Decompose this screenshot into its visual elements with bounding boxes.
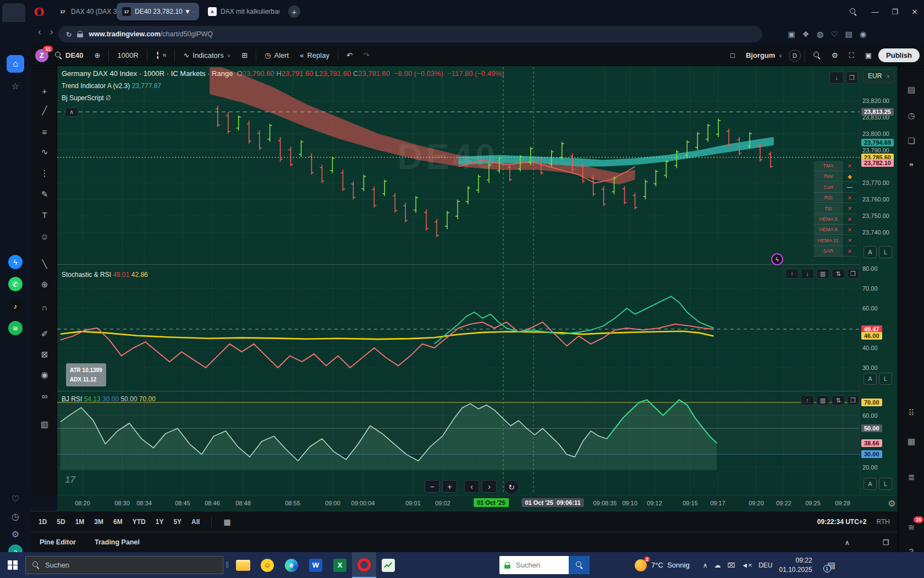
tiktok-icon[interactable]: ♪ <box>7 297 24 315</box>
vpn-icon[interactable]: ◍ <box>813 30 827 39</box>
profile-icon[interactable]: ◉ <box>856 30 870 39</box>
fullscreen-icon[interactable]: ⛶ <box>845 48 859 63</box>
quick-action-bolt-icon[interactable]: ϟ <box>771 253 783 265</box>
panels-icon[interactable]: ▤ <box>842 30 856 39</box>
text-tool-icon[interactable]: T <box>37 208 52 222</box>
projection-icon[interactable]: ⋮ <box>37 166 52 181</box>
pane3-move-up-button[interactable]: ↑ <box>801 395 814 405</box>
alert-button[interactable]: ◷Alert <box>260 48 293 62</box>
settings-icon[interactable]: ⚙ <box>7 525 24 543</box>
minimize-button[interactable]: — <box>868 4 882 19</box>
indicator-label-row[interactable]: TMA✕ <box>814 161 858 171</box>
scroll-right-button[interactable]: › <box>482 480 497 493</box>
publish-button[interactable]: Publish <box>878 48 920 62</box>
layers-icon[interactable]: ❏ <box>904 134 919 148</box>
panel-maximize-icon[interactable]: ❒ <box>883 538 889 547</box>
taskbar-search[interactable]: Suchen <box>25 556 223 574</box>
explorer-taskbar-icon[interactable] <box>231 552 255 578</box>
redo-button[interactable]: ↷ <box>359 48 374 62</box>
crosshair-icon[interactable]: + <box>37 84 52 98</box>
smiley-app-taskbar-icon[interactable]: ☺ <box>255 552 279 578</box>
avatar[interactable]: Z11 <box>35 49 48 62</box>
page-search-widget[interactable]: Suchen <box>499 556 590 574</box>
range-button-3m[interactable]: 3M <box>94 518 103 526</box>
close-button[interactable]: ✕ <box>908 4 922 19</box>
new-tab-button[interactable]: + <box>288 6 300 18</box>
search-go-button[interactable] <box>569 556 590 574</box>
pane3-maximize-button[interactable]: ❒ <box>847 395 859 405</box>
range-button-ytd[interactable]: YTD <box>133 518 146 526</box>
symbol-search-button[interactable]: DE40 <box>51 48 88 62</box>
action-center-icon[interactable]: ▤1 <box>828 560 835 570</box>
spotify-icon[interactable]: ≋ <box>7 319 24 337</box>
panel-collapse-icon[interactable]: ∧ <box>845 538 850 547</box>
settings-icon[interactable]: ⚙ <box>827 48 843 62</box>
tray-expand-icon[interactable]: ∧ <box>703 561 708 569</box>
star-icon[interactable]: ☆ <box>7 77 24 95</box>
pane2-maximize-button[interactable]: ❒ <box>847 269 859 279</box>
reload-icon[interactable]: ↻ <box>66 30 72 39</box>
url-field[interactable]: ↻ www.tradingview.com/chart/d50glPWQ <box>58 26 762 42</box>
symbol-info-row[interactable]: Germany DAX 40 Index · 1000R · IC Market… <box>62 69 504 78</box>
pane2-scale-buttons[interactable]: AL <box>864 373 892 385</box>
lock-icon[interactable]: ⊠ <box>37 347 52 362</box>
trading-panel-tab[interactable]: Trading Panel <box>95 538 140 546</box>
session-badge[interactable]: RTH <box>877 518 890 526</box>
favorites-icon[interactable]: ♡ <box>827 30 842 39</box>
browser-search-icon[interactable] <box>846 4 860 19</box>
layout-name-button[interactable]: Bjorgum∨ <box>741 48 787 62</box>
opera-taskbar-icon[interactable] <box>352 552 376 578</box>
range-button-5d[interactable]: 5D <box>57 518 65 526</box>
trash-icon[interactable]: ▥ <box>37 417 52 432</box>
stoch-pane-header[interactable]: Stochastic & RSI 49.01 42.86 <box>62 271 148 279</box>
fib-retracement-icon[interactable]: ≡ <box>37 124 52 139</box>
weather-widget[interactable]: 2 7°C Sonnig <box>635 559 690 571</box>
compare-button[interactable]: ⊕ <box>90 48 105 62</box>
heart-icon[interactable]: ♡ <box>7 490 24 508</box>
chat-icon[interactable]: ❞ <box>904 160 919 174</box>
scroll-to-recent-button[interactable]: ↓ <box>829 72 844 84</box>
close-icon[interactable]: ✕ <box>843 246 857 257</box>
emoji-tool-icon[interactable]: ☺ <box>37 229 52 243</box>
community-icon[interactable]: ⠿ <box>904 406 919 420</box>
start-button[interactable] <box>0 552 25 578</box>
interval-badge[interactable]: D <box>789 50 801 62</box>
word-taskbar-icon[interactable]: W <box>304 552 328 578</box>
range-button-1d[interactable]: 1D <box>38 518 47 526</box>
chart-app-taskbar-icon[interactable] <box>376 552 400 578</box>
pane-maximize-button[interactable]: ❒ <box>846 72 858 84</box>
diamond-icon[interactable]: ◆ <box>843 171 857 182</box>
quick-search-icon[interactable] <box>809 49 825 62</box>
time-axis[interactable]: 08:2008:3008:3408:4508:4608:4808:5509:00… <box>57 495 860 511</box>
taskbar-clock[interactable]: 09:2201.10.2025 <box>779 556 812 574</box>
maximize-button[interactable]: ❐ <box>888 4 902 19</box>
range-button-all[interactable]: All <box>191 518 200 526</box>
indicator-label-row[interactable]: HEMA 5✕ <box>814 214 858 225</box>
pane2-move-up-button[interactable]: ↑ <box>785 269 799 279</box>
bar-style-button[interactable]: ╏R <box>151 48 171 62</box>
indicator-label-row[interactable]: HEMA 21✕ <box>814 236 858 246</box>
edge-taskbar-icon[interactable]: e <box>279 552 304 578</box>
indicator-legend-2[interactable]: Bj SuperScript Ø <box>62 94 111 102</box>
extension-icon[interactable]: ❖ <box>799 30 813 39</box>
indicator-label-row[interactable]: Curt— <box>814 182 858 193</box>
close-icon[interactable]: ✕ <box>843 214 857 225</box>
browser-tab[interactable]: ADAX mit kalkulierbarem Ri <box>202 3 285 20</box>
brush-icon[interactable]: ✎ <box>37 187 52 201</box>
reset-chart-button[interactable]: ↻ <box>504 480 519 494</box>
magnet-icon[interactable]: ∩ <box>37 300 52 314</box>
snapshot-icon[interactable]: ▣ <box>784 30 799 39</box>
zoom-out-button[interactable]: − <box>425 480 439 493</box>
pane1-scale-buttons[interactable]: AL <box>864 246 892 258</box>
layout-icon[interactable]: □ <box>726 48 739 62</box>
pane2-delete-button[interactable]: ▥ <box>816 269 829 279</box>
volume-muted-icon[interactable]: ◄× <box>741 561 752 569</box>
network-icon[interactable]: ⌧ <box>727 561 735 569</box>
pane3-collapse-button[interactable]: ⇅ <box>832 395 845 405</box>
indicators-button[interactable]: ∿Indicators∨ <box>179 48 235 62</box>
indicator-label-row[interactable]: RSI✕ <box>814 193 858 203</box>
close-icon[interactable]: ✕ <box>843 204 857 214</box>
pine-editor-tab[interactable]: Pine Editor <box>40 538 76 546</box>
zoom-tool-icon[interactable]: ⊕ <box>37 277 52 292</box>
ruler-icon[interactable]: ╲ <box>37 257 52 271</box>
